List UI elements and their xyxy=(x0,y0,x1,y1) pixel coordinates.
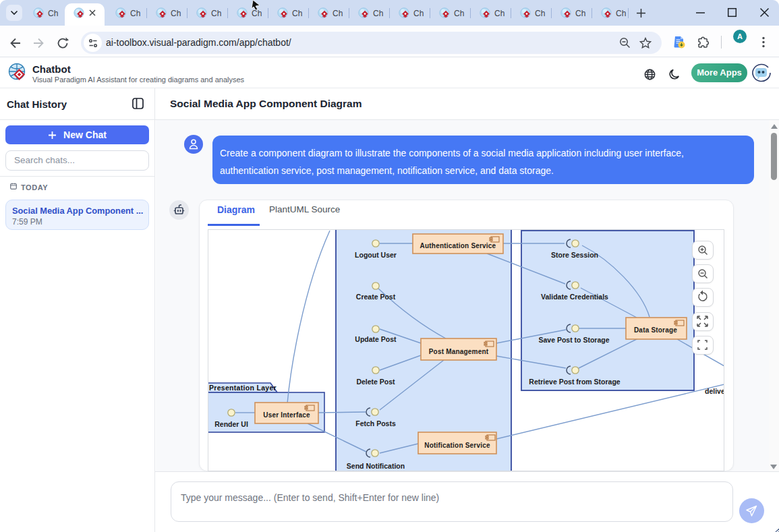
svg-text:Validate Credentials: Validate Credentials xyxy=(541,293,608,301)
svg-text:Save Post to Storage: Save Post to Storage xyxy=(538,336,609,344)
svg-text:Presentation Layer: Presentation Layer xyxy=(209,384,277,392)
svg-text:Create Post: Create Post xyxy=(356,293,396,301)
svg-text:Store Session: Store Session xyxy=(551,251,598,259)
svg-text:delive: delive xyxy=(705,387,724,395)
svg-text:Post Management: Post Management xyxy=(429,348,489,355)
svg-text:Delete Post: Delete Post xyxy=(356,378,395,386)
svg-text:Fetch Posts: Fetch Posts xyxy=(355,419,396,427)
svg-text:Authentication Service: Authentication Service xyxy=(420,242,496,249)
svg-text:Send Notification: Send Notification xyxy=(347,462,405,470)
svg-text:Logout User: Logout User xyxy=(355,251,397,259)
svg-text:User Interface: User Interface xyxy=(263,411,310,419)
svg-text:Notification Service: Notification Service xyxy=(424,442,490,449)
svg-text:Update Post: Update Post xyxy=(355,335,397,343)
svg-text:Data Storage: Data Storage xyxy=(634,326,677,334)
svg-text:Retrieve Post from Storage: Retrieve Post from Storage xyxy=(529,378,621,386)
svg-text:Render UI: Render UI xyxy=(214,420,248,428)
